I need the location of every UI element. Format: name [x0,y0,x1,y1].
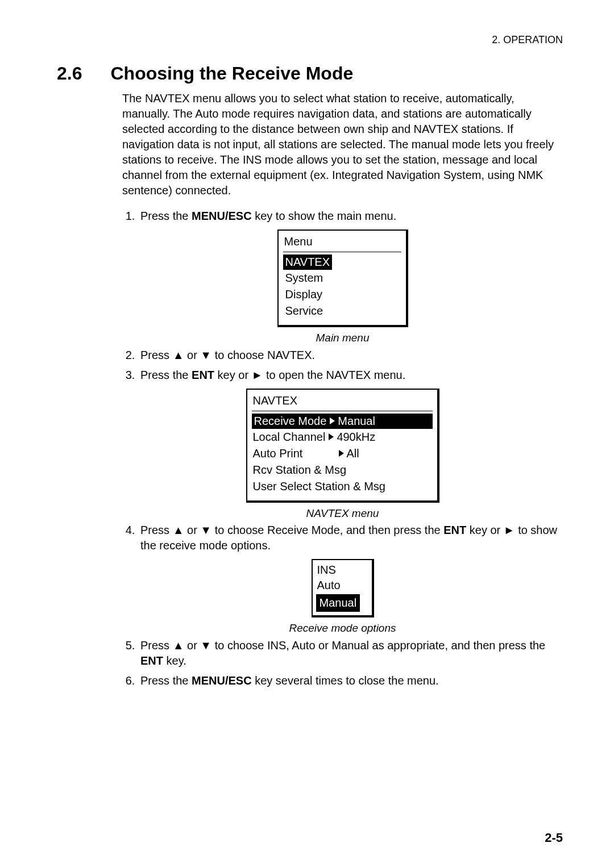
navtex-menu-figure: NAVTEX Receive Mode Manual Local Channel… [122,389,563,521]
row-label: Local Channel [253,429,326,445]
row-value: Manual [338,414,375,429]
text: key several times to close the menu. [252,674,439,687]
triangle-right-icon [339,450,344,457]
row-label: Auto Print [253,446,335,461]
figure-caption: Main menu [316,331,370,345]
options-box: INS Auto Manual [312,559,374,617]
step-5: Press ▲ or ▼ to choose INS, Auto or Manu… [138,638,563,669]
key-name: ENT [443,524,466,536]
row-label: User Select Station & Msg [253,479,385,494]
menu-row: User Select Station & Msg [252,478,433,495]
page-number: 2-5 [545,831,563,845]
step-6: Press the MENU/ESC key several times to … [138,673,563,688]
step-list: Press the MENU/ESC key to show the main … [122,208,563,224]
main-menu-figure: Menu NAVTEX System Display Service Main … [122,229,563,345]
option-item-selected-frame: Manual [316,594,360,612]
page: 2. OPERATION 2.6 Choosing the Receive Mo… [0,0,614,868]
text: key. [163,654,186,667]
text: Press the [140,369,192,381]
row-value: 490kHz [337,429,375,445]
step-1: Press the MENU/ESC key to show the main … [138,208,563,224]
option-item: INS [316,562,368,578]
body: The NAVTEX menu allows you to select wha… [122,91,563,688]
option-item-selected: Manual [317,595,359,611]
navtex-menu-box: NAVTEX Receive Mode Manual Local Channel… [246,389,439,503]
key-name: MENU/ESC [192,674,252,687]
running-header: 2. OPERATION [51,34,563,46]
text: key or ► to open the NAVTEX menu. [214,369,405,381]
step-list: Press ▲ or ▼ to choose NAVTEX. Press the… [122,348,563,383]
main-menu-box: Menu NAVTEX System Display Service [277,229,408,327]
menu-row: Local Channel 490kHz [252,429,433,445]
menu-row-selected: Receive Mode Manual [252,414,433,429]
menu-title: Menu [283,233,401,252]
step-list: Press ▲ or ▼ to choose Receive Mode, and… [122,523,563,553]
menu-row: Rcv Station & Msg [252,462,433,478]
menu-item: Service [283,303,401,319]
triangle-right-icon [330,418,335,424]
menu-item-selected: NAVTEX [283,254,333,270]
step-list: Press ▲ or ▼ to choose INS, Auto or Manu… [122,638,563,688]
option-item: Auto [316,578,368,593]
options-figure: INS Auto Manual Receive mode options [122,559,563,636]
figure-caption: NAVTEX menu [306,506,379,521]
row-label: Receive Mode [254,414,327,429]
text: Press ▲ or ▼ to choose Receive Mode, and… [140,524,443,536]
step-3: Press the ENT key or ► to open the NAVTE… [138,368,563,383]
text: Press the [140,674,192,687]
text: Press ▲ or ▼ to choose INS, Auto or Manu… [140,639,545,652]
triangle-right-icon [329,433,334,440]
menu-title: NAVTEX [252,392,433,411]
key-name: ENT [192,369,214,381]
menu-item: Display [283,286,401,303]
text: key to show the main menu. [252,210,397,222]
step-2: Press ▲ or ▼ to choose NAVTEX. [138,348,563,363]
figure-caption: Receive mode options [289,621,396,636]
menu-item: NAVTEX [283,254,401,270]
menu-item: System [283,270,401,286]
menu-row: Auto Print All [252,445,433,462]
step-4: Press ▲ or ▼ to choose Receive Mode, and… [138,523,563,553]
row-label: Rcv Station & Msg [253,462,347,478]
section-number: 2.6 [57,63,82,84]
text: Press the [140,210,192,222]
row-value: All [347,446,359,461]
section-title: Choosing the Receive Mode [110,63,353,84]
key-name: MENU/ESC [192,210,252,222]
intro-paragraph: The NAVTEX menu allows you to select wha… [122,91,563,198]
key-name: ENT [140,654,163,667]
section-heading: 2.6 Choosing the Receive Mode [57,63,563,84]
